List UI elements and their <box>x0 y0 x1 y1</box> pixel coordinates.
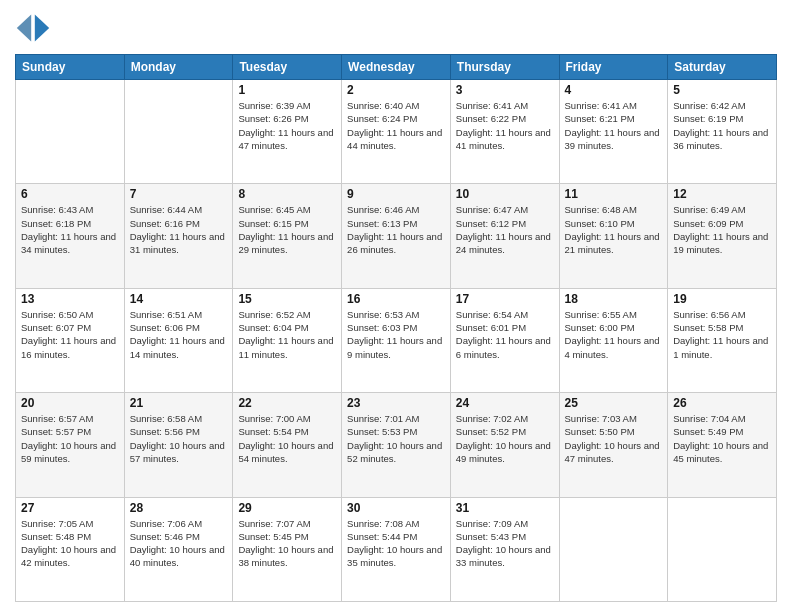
day-number: 7 <box>130 187 228 201</box>
day-number: 15 <box>238 292 336 306</box>
day-number: 21 <box>130 396 228 410</box>
day-number: 9 <box>347 187 445 201</box>
logo-icon <box>15 10 51 46</box>
day-info: Sunrise: 6:52 AM Sunset: 6:04 PM Dayligh… <box>238 308 336 361</box>
calendar-cell: 21Sunrise: 6:58 AM Sunset: 5:56 PM Dayli… <box>124 393 233 497</box>
calendar-cell: 6Sunrise: 6:43 AM Sunset: 6:18 PM Daylig… <box>16 184 125 288</box>
calendar-cell: 5Sunrise: 6:42 AM Sunset: 6:19 PM Daylig… <box>668 80 777 184</box>
calendar-cell: 22Sunrise: 7:00 AM Sunset: 5:54 PM Dayli… <box>233 393 342 497</box>
day-info: Sunrise: 7:06 AM Sunset: 5:46 PM Dayligh… <box>130 517 228 570</box>
day-number: 28 <box>130 501 228 515</box>
day-info: Sunrise: 6:58 AM Sunset: 5:56 PM Dayligh… <box>130 412 228 465</box>
day-number: 29 <box>238 501 336 515</box>
calendar-cell <box>559 497 668 601</box>
calendar-cell: 3Sunrise: 6:41 AM Sunset: 6:22 PM Daylig… <box>450 80 559 184</box>
day-info: Sunrise: 6:48 AM Sunset: 6:10 PM Dayligh… <box>565 203 663 256</box>
calendar-cell: 27Sunrise: 7:05 AM Sunset: 5:48 PM Dayli… <box>16 497 125 601</box>
weekday-header-wednesday: Wednesday <box>342 55 451 80</box>
calendar-cell: 28Sunrise: 7:06 AM Sunset: 5:46 PM Dayli… <box>124 497 233 601</box>
day-number: 16 <box>347 292 445 306</box>
day-number: 6 <box>21 187 119 201</box>
calendar-cell <box>124 80 233 184</box>
day-info: Sunrise: 7:02 AM Sunset: 5:52 PM Dayligh… <box>456 412 554 465</box>
day-number: 22 <box>238 396 336 410</box>
calendar-cell: 30Sunrise: 7:08 AM Sunset: 5:44 PM Dayli… <box>342 497 451 601</box>
day-info: Sunrise: 6:47 AM Sunset: 6:12 PM Dayligh… <box>456 203 554 256</box>
day-info: Sunrise: 6:46 AM Sunset: 6:13 PM Dayligh… <box>347 203 445 256</box>
calendar-cell: 19Sunrise: 6:56 AM Sunset: 5:58 PM Dayli… <box>668 288 777 392</box>
calendar-cell: 18Sunrise: 6:55 AM Sunset: 6:00 PM Dayli… <box>559 288 668 392</box>
day-number: 13 <box>21 292 119 306</box>
day-number: 1 <box>238 83 336 97</box>
day-info: Sunrise: 6:45 AM Sunset: 6:15 PM Dayligh… <box>238 203 336 256</box>
day-info: Sunrise: 7:05 AM Sunset: 5:48 PM Dayligh… <box>21 517 119 570</box>
calendar-cell: 29Sunrise: 7:07 AM Sunset: 5:45 PM Dayli… <box>233 497 342 601</box>
calendar-cell: 12Sunrise: 6:49 AM Sunset: 6:09 PM Dayli… <box>668 184 777 288</box>
day-number: 14 <box>130 292 228 306</box>
weekday-header-saturday: Saturday <box>668 55 777 80</box>
calendar-cell: 11Sunrise: 6:48 AM Sunset: 6:10 PM Dayli… <box>559 184 668 288</box>
weekday-header-thursday: Thursday <box>450 55 559 80</box>
weekday-header-tuesday: Tuesday <box>233 55 342 80</box>
day-info: Sunrise: 7:07 AM Sunset: 5:45 PM Dayligh… <box>238 517 336 570</box>
day-number: 19 <box>673 292 771 306</box>
calendar-cell: 26Sunrise: 7:04 AM Sunset: 5:49 PM Dayli… <box>668 393 777 497</box>
calendar-cell: 13Sunrise: 6:50 AM Sunset: 6:07 PM Dayli… <box>16 288 125 392</box>
calendar-cell: 24Sunrise: 7:02 AM Sunset: 5:52 PM Dayli… <box>450 393 559 497</box>
day-info: Sunrise: 6:42 AM Sunset: 6:19 PM Dayligh… <box>673 99 771 152</box>
calendar-cell: 9Sunrise: 6:46 AM Sunset: 6:13 PM Daylig… <box>342 184 451 288</box>
day-info: Sunrise: 6:53 AM Sunset: 6:03 PM Dayligh… <box>347 308 445 361</box>
day-info: Sunrise: 7:09 AM Sunset: 5:43 PM Dayligh… <box>456 517 554 570</box>
day-info: Sunrise: 6:54 AM Sunset: 6:01 PM Dayligh… <box>456 308 554 361</box>
day-number: 8 <box>238 187 336 201</box>
weekday-header-friday: Friday <box>559 55 668 80</box>
weekday-header-monday: Monday <box>124 55 233 80</box>
calendar-cell: 15Sunrise: 6:52 AM Sunset: 6:04 PM Dayli… <box>233 288 342 392</box>
day-number: 11 <box>565 187 663 201</box>
calendar-cell <box>16 80 125 184</box>
calendar-cell: 1Sunrise: 6:39 AM Sunset: 6:26 PM Daylig… <box>233 80 342 184</box>
day-info: Sunrise: 6:41 AM Sunset: 6:22 PM Dayligh… <box>456 99 554 152</box>
calendar-cell <box>668 497 777 601</box>
day-info: Sunrise: 6:51 AM Sunset: 6:06 PM Dayligh… <box>130 308 228 361</box>
svg-marker-1 <box>17 15 31 42</box>
day-number: 20 <box>21 396 119 410</box>
day-number: 10 <box>456 187 554 201</box>
svg-marker-0 <box>35 15 49 42</box>
day-info: Sunrise: 7:01 AM Sunset: 5:53 PM Dayligh… <box>347 412 445 465</box>
day-info: Sunrise: 6:41 AM Sunset: 6:21 PM Dayligh… <box>565 99 663 152</box>
week-row-1: 1Sunrise: 6:39 AM Sunset: 6:26 PM Daylig… <box>16 80 777 184</box>
day-number: 5 <box>673 83 771 97</box>
calendar-cell: 10Sunrise: 6:47 AM Sunset: 6:12 PM Dayli… <box>450 184 559 288</box>
calendar-cell: 23Sunrise: 7:01 AM Sunset: 5:53 PM Dayli… <box>342 393 451 497</box>
header <box>15 10 777 46</box>
week-row-3: 13Sunrise: 6:50 AM Sunset: 6:07 PM Dayli… <box>16 288 777 392</box>
day-number: 12 <box>673 187 771 201</box>
day-info: Sunrise: 7:04 AM Sunset: 5:49 PM Dayligh… <box>673 412 771 465</box>
day-number: 24 <box>456 396 554 410</box>
day-number: 30 <box>347 501 445 515</box>
logo <box>15 10 55 46</box>
weekday-header-sunday: Sunday <box>16 55 125 80</box>
day-number: 3 <box>456 83 554 97</box>
day-number: 2 <box>347 83 445 97</box>
calendar-cell: 31Sunrise: 7:09 AM Sunset: 5:43 PM Dayli… <box>450 497 559 601</box>
day-number: 27 <box>21 501 119 515</box>
day-info: Sunrise: 6:43 AM Sunset: 6:18 PM Dayligh… <box>21 203 119 256</box>
week-row-2: 6Sunrise: 6:43 AM Sunset: 6:18 PM Daylig… <box>16 184 777 288</box>
day-info: Sunrise: 7:08 AM Sunset: 5:44 PM Dayligh… <box>347 517 445 570</box>
day-info: Sunrise: 6:57 AM Sunset: 5:57 PM Dayligh… <box>21 412 119 465</box>
day-number: 26 <box>673 396 771 410</box>
day-number: 17 <box>456 292 554 306</box>
calendar-cell: 17Sunrise: 6:54 AM Sunset: 6:01 PM Dayli… <box>450 288 559 392</box>
calendar-cell: 20Sunrise: 6:57 AM Sunset: 5:57 PM Dayli… <box>16 393 125 497</box>
calendar-cell: 25Sunrise: 7:03 AM Sunset: 5:50 PM Dayli… <box>559 393 668 497</box>
day-number: 23 <box>347 396 445 410</box>
day-info: Sunrise: 6:44 AM Sunset: 6:16 PM Dayligh… <box>130 203 228 256</box>
calendar-cell: 8Sunrise: 6:45 AM Sunset: 6:15 PM Daylig… <box>233 184 342 288</box>
day-info: Sunrise: 7:00 AM Sunset: 5:54 PM Dayligh… <box>238 412 336 465</box>
day-number: 18 <box>565 292 663 306</box>
calendar-cell: 2Sunrise: 6:40 AM Sunset: 6:24 PM Daylig… <box>342 80 451 184</box>
week-row-5: 27Sunrise: 7:05 AM Sunset: 5:48 PM Dayli… <box>16 497 777 601</box>
calendar-cell: 4Sunrise: 6:41 AM Sunset: 6:21 PM Daylig… <box>559 80 668 184</box>
